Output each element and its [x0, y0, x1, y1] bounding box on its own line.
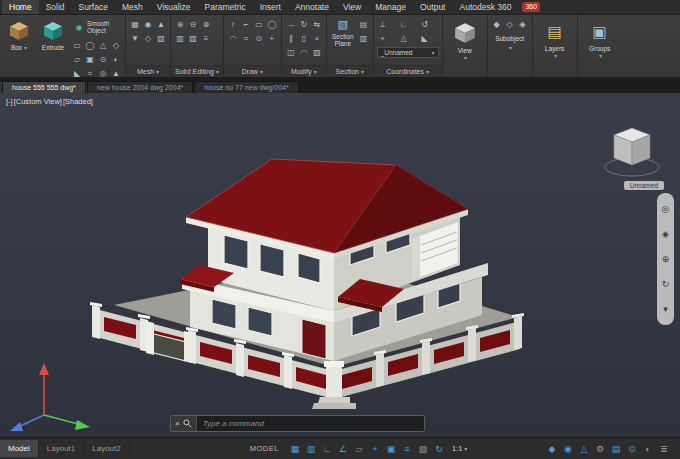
command-input[interactable]: Type a command	[197, 419, 264, 428]
mesh-box-icon[interactable]: ▦	[129, 18, 141, 31]
spline-icon[interactable]: ≈	[240, 32, 252, 45]
layout-tab[interactable]: Layout2	[84, 440, 129, 457]
ribbon-tab[interactable]: Home	[2, 0, 39, 14]
file-tab[interactable]: house no 77 new dwg/004*	[194, 81, 298, 93]
search-icon[interactable]	[183, 419, 192, 428]
ucs-origin-icon[interactable]: +	[377, 32, 389, 45]
viewport-control[interactable]: [Shaded]	[63, 97, 93, 106]
smooth-more-icon[interactable]: ▲	[155, 18, 167, 31]
live-section-icon[interactable]: ▤	[358, 18, 370, 31]
steering-wheel-icon[interactable]: ◎	[662, 204, 670, 214]
hardware-acceleration-icon[interactable]: ⊙	[625, 444, 639, 454]
subtract-icon[interactable]: ⊖	[187, 18, 199, 31]
pan-icon[interactable]: ◈	[662, 229, 669, 239]
workspace-gear-icon[interactable]: ⚙	[593, 444, 607, 454]
fillet-icon[interactable]: ◠	[298, 46, 310, 59]
customize-icon[interactable]: ≣	[657, 444, 671, 454]
cylinder-icon[interactable]: ◐	[110, 53, 122, 66]
presspull-icon[interactable]: ◯	[84, 39, 96, 52]
viewport-control[interactable]: [Custom View]	[14, 97, 62, 106]
wedge-icon[interactable]: ◣	[71, 67, 83, 80]
array-icon[interactable]: ◫	[285, 46, 297, 59]
orbit-icon[interactable]: ↻	[662, 279, 670, 289]
command-line[interactable]: × Type a command	[170, 415, 425, 432]
pyramid-icon[interactable]: ▲	[110, 67, 122, 80]
add-jog-icon[interactable]: ▥	[358, 32, 370, 45]
donut-icon[interactable]: ⊙	[253, 32, 265, 45]
union-icon[interactable]: ⊕	[174, 18, 186, 31]
transparency-icon[interactable]: ▨	[416, 444, 430, 454]
object-snap-icon[interactable]: ▣	[384, 444, 398, 454]
ribbon-tab[interactable]: Annotate	[288, 0, 336, 14]
smooth-object-button[interactable]: ◉ SmoothObject	[71, 17, 122, 37]
smooth-less-icon[interactable]: ▼	[129, 32, 141, 45]
box-button[interactable]: Box	[3, 17, 35, 65]
autoscale-icon[interactable]: △	[577, 444, 591, 454]
torus-icon[interactable]: ◎	[97, 67, 109, 80]
edge-filter-icon[interactable]: ◇	[504, 18, 516, 31]
lineweight-icon[interactable]: ≡	[400, 444, 414, 454]
groups-button[interactable]: ▣ Groups	[581, 17, 619, 77]
isolate-objects-icon[interactable]: ◐	[641, 444, 655, 454]
ucs-previous-icon[interactable]: ↺	[419, 18, 431, 31]
file-tab[interactable]: new house 2004 dwg 2004*	[87, 81, 193, 93]
quick-properties-icon[interactable]: ▤	[609, 444, 623, 454]
autodesk360-badge-icon[interactable]: 360	[522, 2, 540, 12]
panel-label-coordinates[interactable]: Coordinates	[374, 65, 442, 77]
drawing-viewport[interactable]: [-][Custom View][Shaded]	[0, 93, 680, 437]
navbar-more-icon[interactable]: ▾	[663, 304, 668, 314]
ribbon-tab[interactable]: Manage	[368, 0, 413, 14]
slice-icon[interactable]: ▣	[84, 53, 96, 66]
panel-label-draw[interactable]: Draw	[224, 65, 281, 77]
annotation-scale-button[interactable]: 1:1	[452, 444, 467, 453]
annotation-visibility-icon[interactable]: ◉	[561, 444, 575, 454]
ribbon-tab[interactable]: Parametric	[198, 0, 253, 14]
ribbon-tab[interactable]: Surface	[72, 0, 115, 14]
ucs-icon[interactable]: ⊥	[377, 18, 389, 31]
close-icon[interactable]: ×	[175, 419, 180, 428]
ribbon-tab[interactable]: View	[336, 0, 368, 14]
ribbon-tab[interactable]: Mesh	[115, 0, 150, 14]
file-tab[interactable]: house 555 555 dwg*	[2, 81, 86, 93]
annotation-scale-icon[interactable]: ◆	[545, 444, 559, 454]
zoom-icon[interactable]: ⊕	[662, 254, 670, 264]
rotate-icon[interactable]: ↻	[298, 18, 310, 31]
ribbon-tab[interactable]: Output	[413, 0, 453, 14]
stretch-icon[interactable]: ▯	[298, 32, 310, 45]
panel-label-solid-editing[interactable]: Solid Editing	[171, 65, 223, 77]
layout-tab[interactable]: Model	[0, 440, 39, 457]
mirror-icon[interactable]: ∥	[285, 32, 297, 45]
loft-icon[interactable]: ◇	[110, 39, 122, 52]
isodraft-icon[interactable]: ▱	[352, 444, 366, 454]
snap-icon[interactable]: ▥	[304, 444, 318, 454]
polyline-icon[interactable]: ⌐	[240, 18, 252, 31]
point-icon[interactable]: +	[266, 32, 278, 45]
polysolid-icon[interactable]: ▭	[71, 39, 83, 52]
selection-cycling-icon[interactable]: ↻	[432, 444, 446, 454]
object-snap-tracking-icon[interactable]: +	[368, 444, 382, 454]
ribbon-tab[interactable]: Visualize	[150, 0, 198, 14]
ucs-name-dropdown[interactable]: _Unnamed	[377, 47, 439, 58]
layers-button[interactable]: ▤ Layers	[536, 17, 574, 77]
vertex-filter-icon[interactable]: ◆	[491, 18, 503, 31]
ucs-3point-icon[interactable]: △	[398, 32, 410, 45]
rectangle-icon[interactable]: ▭	[253, 18, 265, 31]
mesh-refine-icon[interactable]: ◇	[142, 32, 154, 45]
viewcube-menu-chip[interactable]: Unnamed	[624, 181, 664, 190]
sweep-icon[interactable]: △	[97, 39, 109, 52]
trim-icon[interactable]: ▨	[311, 46, 323, 59]
viewport-control[interactable]: [-]	[6, 97, 13, 106]
panel-label-section[interactable]: Section	[327, 65, 373, 77]
move-icon[interactable]: ↔	[285, 18, 297, 31]
erase-icon[interactable]: ×	[311, 32, 323, 45]
intersect-icon[interactable]: ⊗	[200, 18, 212, 31]
layout-tab[interactable]: Layout1	[39, 440, 84, 457]
face-filter-icon[interactable]: ◈	[517, 18, 529, 31]
grid-icon[interactable]: ▦	[288, 444, 302, 454]
ortho-icon[interactable]: ∟	[320, 444, 334, 454]
circle-icon[interactable]: ◯	[266, 18, 278, 31]
ribbon-tab[interactable]: Solid	[39, 0, 72, 14]
smooth-mesh-icon[interactable]: ◉	[142, 18, 154, 31]
house-3d-model[interactable]	[0, 93, 680, 437]
thicken-icon[interactable]: ▨	[187, 32, 199, 45]
